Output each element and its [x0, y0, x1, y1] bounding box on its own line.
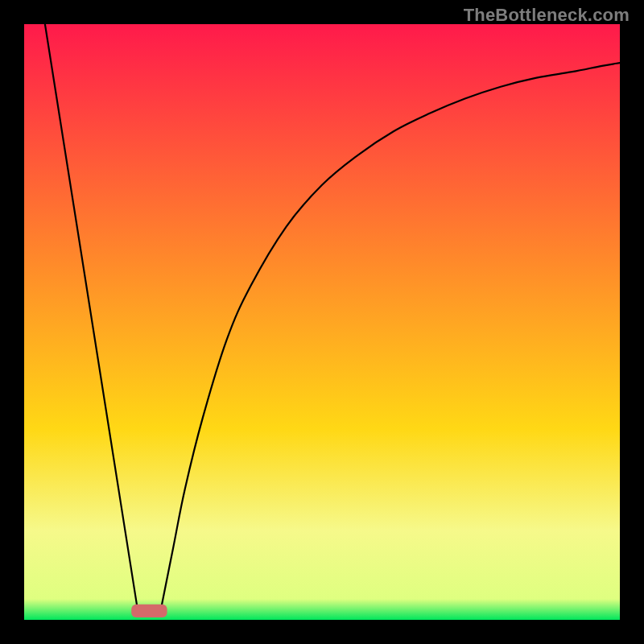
- bottleneck-chart: [0, 0, 644, 644]
- valley-marker: [131, 605, 167, 617]
- plot-area: [24, 24, 620, 620]
- watermark-label: TheBottleneck.com: [464, 5, 630, 26]
- chart-container: TheBottleneck.com: [0, 0, 644, 644]
- gradient-background: [24, 24, 620, 620]
